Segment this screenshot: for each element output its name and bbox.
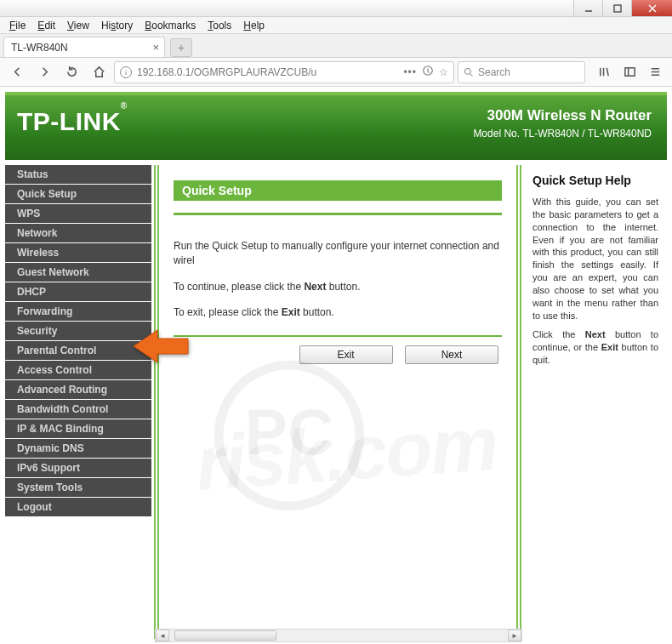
menu-bar: File Edit View History Bookmarks Tools H…	[0, 17, 672, 34]
menu-edit[interactable]: Edit	[31, 18, 61, 33]
page-content: TP-LINK® 300M Wireless N Router Model No…	[0, 87, 672, 644]
help-panel: Quick Setup Help With this guide, you ca…	[524, 160, 667, 639]
svg-rect-10	[624, 68, 634, 76]
new-tab-button[interactable]: +	[170, 38, 192, 57]
help-paragraph-2: Click the Next button to continue, or th…	[532, 328, 658, 367]
url-text: 192.168.0.1/OGMRGPLAURAVZCUB/u	[137, 66, 316, 78]
bookmark-star-icon[interactable]: ☆	[439, 66, 448, 78]
close-window-button[interactable]	[631, 0, 672, 16]
menu-tools[interactable]: Tools	[202, 18, 237, 33]
vertical-divider	[154, 165, 159, 639]
window-titlebar	[0, 0, 672, 17]
button-row: Exit Next	[174, 335, 502, 364]
svg-line-9	[607, 68, 608, 76]
close-tab-icon[interactable]: ×	[152, 41, 159, 54]
browser-toolbar: i 192.168.0.1/OGMRGPLAURAVZCUB/u ••• ☆ S…	[0, 58, 672, 87]
back-button[interactable]	[5, 61, 29, 83]
tab-bar: TL-WR840N × +	[0, 34, 672, 58]
nav-status[interactable]: Status	[5, 165, 151, 185]
product-model: Model No. TL-WR840N / TL-WR840ND	[473, 128, 652, 140]
heading-underline	[174, 213, 502, 215]
horizontal-scrollbar[interactable]: ◄ ►	[155, 629, 522, 642]
home-button[interactable]	[87, 61, 111, 83]
svg-line-6	[470, 73, 473, 76]
library-icon[interactable]	[592, 61, 616, 83]
nav-advanced-routing[interactable]: Advanced Routing	[5, 380, 151, 400]
reader-icon[interactable]	[422, 65, 434, 79]
nav-wps[interactable]: WPS	[5, 204, 151, 224]
main-panel: Quick Setup Run the Quick Setup to manua…	[162, 160, 514, 639]
site-info-icon[interactable]: i	[120, 66, 132, 78]
nav-parental-control[interactable]: Parental Control	[5, 341, 151, 361]
intro-line-2: To continue, please click the Next butto…	[174, 280, 502, 294]
tab-title: TL-WR840N	[11, 42, 68, 54]
reload-button[interactable]	[60, 61, 83, 83]
nav-guest-network[interactable]: Guest Network	[5, 263, 151, 282]
search-bar[interactable]: Search	[458, 61, 585, 83]
page-heading: Quick Setup	[174, 180, 502, 201]
maximize-button[interactable]	[602, 0, 631, 16]
forward-button[interactable]	[32, 61, 56, 83]
nav-quick-setup[interactable]: Quick Setup	[5, 185, 151, 204]
intro-line-3: To exit, please click the Exit button.	[174, 305, 502, 320]
help-title: Quick Setup Help	[532, 174, 658, 187]
address-bar[interactable]: i 192.168.0.1/OGMRGPLAURAVZCUB/u ••• ☆	[114, 61, 454, 83]
nav-dhcp[interactable]: DHCP	[5, 282, 151, 302]
svg-rect-1	[614, 5, 621, 12]
exit-button[interactable]: Exit	[299, 345, 393, 364]
nav-forwarding[interactable]: Forwarding	[5, 302, 151, 322]
menu-view[interactable]: View	[61, 18, 95, 33]
svg-point-5	[465, 68, 471, 74]
menu-help[interactable]: Help	[237, 18, 271, 33]
help-paragraph-1: With this guide, you can set the basic p…	[532, 196, 658, 322]
page-actions-icon[interactable]: •••	[403, 66, 417, 78]
nav-ipv6-support[interactable]: IPv6 Support	[5, 459, 151, 478]
browser-tab[interactable]: TL-WR840N ×	[3, 37, 165, 57]
nav-system-tools[interactable]: System Tools	[5, 478, 151, 498]
menu-bookmarks[interactable]: Bookmarks	[139, 18, 202, 33]
search-icon	[464, 67, 474, 77]
nav-logout[interactable]: Logout	[5, 498, 151, 517]
product-title: 300M Wireless N Router	[487, 107, 652, 124]
minimize-button[interactable]	[573, 0, 602, 16]
scroll-thumb[interactable]	[174, 630, 276, 641]
nav-network[interactable]: Network	[5, 224, 151, 243]
menu-file[interactable]: File	[3, 18, 31, 33]
nav-sidebar: Status Quick Setup WPS Network Wireless …	[5, 160, 151, 639]
nav-ip-mac-binding[interactable]: IP & MAC Binding	[5, 419, 151, 439]
next-button[interactable]: Next	[405, 345, 498, 364]
scroll-left-icon[interactable]: ◄	[156, 630, 169, 641]
intro-line-1: Run the Quick Setup to manually configur…	[174, 239, 502, 268]
nav-security[interactable]: Security	[5, 322, 151, 341]
menu-icon[interactable]	[643, 61, 667, 83]
nav-access-control[interactable]: Access Control	[5, 361, 151, 380]
scroll-right-icon[interactable]: ►	[508, 630, 521, 641]
nav-bandwidth-control[interactable]: Bandwidth Control	[5, 400, 151, 419]
router-banner: TP-LINK® 300M Wireless N Router Model No…	[5, 92, 667, 160]
body-text: Run the Quick Setup to manually configur…	[174, 239, 502, 320]
vertical-divider	[516, 165, 521, 639]
brand-logo: TP-LINK®	[17, 107, 128, 136]
scroll-track[interactable]	[169, 630, 508, 641]
nav-dynamic-dns[interactable]: Dynamic DNS	[5, 439, 151, 459]
menu-history[interactable]: History	[95, 18, 139, 33]
nav-wireless[interactable]: Wireless	[5, 243, 151, 263]
search-placeholder: Search	[478, 66, 510, 78]
sidebar-icon[interactable]	[618, 61, 641, 83]
